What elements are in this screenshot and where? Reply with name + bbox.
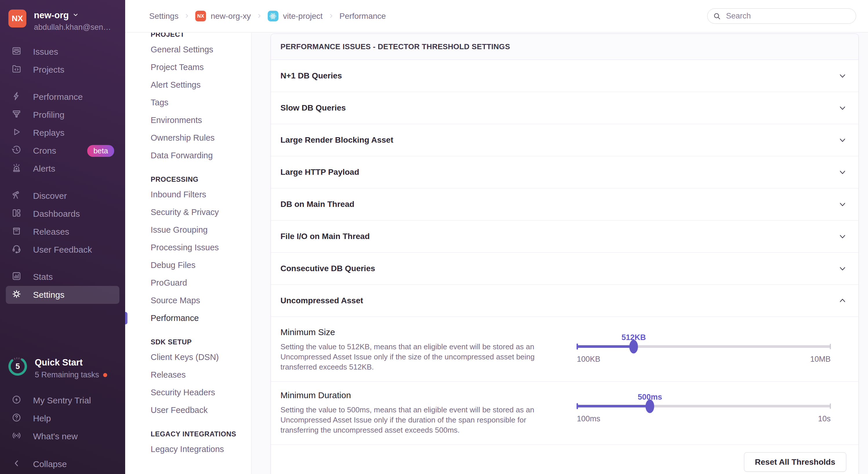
chevron-down-icon [838, 71, 847, 81]
org-chip: NX [195, 11, 206, 22]
help-icon [11, 413, 22, 425]
settings-nav-item-legacy-integrations[interactable]: Legacy Integrations [151, 440, 251, 458]
settings-nav-item-issue-grouping[interactable]: Issue Grouping [151, 221, 251, 239]
chevron-up-icon [838, 296, 847, 306]
slider-min-label: 100ms [577, 414, 600, 424]
settings-nav-item-releases[interactable]: Releases [151, 366, 251, 384]
sidebar-item-label: Alerts [33, 164, 55, 174]
sidebar-item-label: Replays [33, 128, 64, 138]
chevron-down-icon [838, 232, 847, 241]
sidebar-item-releases[interactable]: Releases [6, 223, 119, 241]
accordion-row-n-plus-one-db-queries[interactable]: N+1 DB Queries [271, 60, 859, 92]
settings-nav-section-legacy-integrations: LEGACY INTEGRATIONS [151, 430, 251, 438]
chevron-down-icon [838, 167, 847, 177]
projects-icon [11, 64, 22, 76]
sidebar-item-alerts[interactable]: Alerts [6, 160, 119, 178]
sidebar-item-label: Projects [33, 65, 64, 75]
sidebar-item-settings[interactable]: Settings [6, 286, 119, 304]
settings-nav-section-processing: PROCESSING [151, 175, 251, 183]
quick-start-count: 5 [8, 357, 27, 376]
settings-nav-item-environments[interactable]: Environments [151, 111, 251, 129]
settings-nav-item-ownership-rules[interactable]: Ownership Rules [151, 129, 251, 147]
settings-nav-item-performance[interactable]: Performance [151, 309, 251, 327]
accordion-row-consecutive-db-queries[interactable]: Consecutive DB Queries [271, 252, 859, 285]
sidebar-item-label: Settings [33, 290, 64, 300]
settings-nav-item-tags[interactable]: Tags [151, 94, 251, 111]
settings-nav-item-user-feedback[interactable]: User Feedback [151, 401, 251, 419]
stats-icon [11, 271, 22, 283]
settings-nav-item-project-teams[interactable]: Project Teams [151, 59, 251, 76]
breadcrumb-org[interactable]: NX new-org-xy [195, 11, 251, 22]
chevron-down-icon [72, 11, 79, 19]
panel-footer: Reset All Thresholds [271, 445, 859, 474]
sidebar-item-stats[interactable]: Stats [6, 268, 119, 286]
minimum-duration-title: Minimum Duration [280, 391, 538, 400]
quick-start[interactable]: 5 Quick Start 5 Remaining tasks [8, 357, 119, 379]
sidebar-item-label: Help [33, 413, 51, 424]
settings-nav-item-security-privacy[interactable]: Security & Privacy [151, 203, 251, 221]
slider-max-label: 10s [818, 414, 831, 424]
slider-thumb[interactable] [646, 399, 654, 413]
quick-start-progress-ring: 5 [8, 357, 27, 376]
slider-thumb[interactable] [629, 340, 638, 353]
search-input[interactable] [707, 8, 856, 24]
accordion-row-slow-db-queries[interactable]: Slow DB Queries [271, 92, 859, 124]
slider-track[interactable] [577, 345, 831, 348]
slider-track[interactable] [577, 405, 831, 407]
settings-nav-item-source-maps[interactable]: Source Maps [151, 292, 251, 309]
sidebar-item-issues[interactable]: Issues [6, 43, 119, 61]
breadcrumb-settings[interactable]: Settings [149, 11, 179, 21]
sidebar-item-label: User Feedback [33, 245, 92, 255]
org-avatar: NX [8, 9, 26, 28]
settings-nav-item-general-settings[interactable]: General Settings [151, 41, 251, 59]
settings-nav-item-data-forwarding[interactable]: Data Forwarding [151, 147, 251, 164]
sidebar-nav: Issues Projects Performance Profiling Re… [0, 43, 125, 304]
settings-nav-item-proguard[interactable]: ProGuard [151, 274, 251, 292]
gear-icon [11, 289, 22, 301]
sidebar-item-label: Releases [33, 227, 69, 237]
sidebar-item-my-sentry-trial[interactable]: My Sentry Trial [6, 392, 119, 409]
sidebar-item-replays[interactable]: Replays [6, 124, 119, 142]
quick-start-title: Quick Start [35, 358, 107, 368]
chevron-down-icon [838, 135, 847, 145]
org-email: abdullah.khan@sen… [34, 23, 111, 32]
settings-nav-item-inbound-filters[interactable]: Inbound Filters [151, 186, 251, 203]
chevron-right-icon [328, 11, 334, 21]
react-project-icon [268, 11, 278, 22]
accordion-row-large-render-blocking-asset[interactable]: Large Render Blocking Asset [271, 124, 859, 156]
trial-icon [11, 395, 22, 407]
sidebar-item-projects[interactable]: Projects [6, 61, 119, 79]
sidebar-item-dashboards[interactable]: Dashboards [6, 205, 119, 223]
sidebar-item-user-feedback[interactable]: User Feedback [6, 241, 119, 259]
sidebar-item-profiling[interactable]: Profiling [6, 106, 119, 124]
settings-nav-item-client-keys[interactable]: Client Keys (DSN) [151, 348, 251, 366]
settings-nav-item-debug-files[interactable]: Debug Files [151, 257, 251, 274]
org-name: new-org [34, 10, 69, 21]
settings-nav-item-security-headers[interactable]: Security Headers [151, 384, 251, 401]
sidebar-item-label: My Sentry Trial [33, 396, 91, 405]
accordion-row-uncompressed-asset[interactable]: Uncompressed Asset [271, 285, 859, 317]
sidebar-item-whats-new[interactable]: What's new [6, 428, 119, 445]
settings-nav-section-sdk-setup: SDK SETUP [151, 338, 251, 346]
search-box [707, 8, 856, 24]
accordion-row-db-on-main-thread[interactable]: DB on Main Thread [271, 189, 859, 221]
panel-title: PERFORMANCE ISSUES - DETECTOR THRESHOLD … [280, 42, 510, 51]
sidebar-item-performance[interactable]: Performance [6, 88, 119, 106]
sidebar-item-label: Dashboards [33, 209, 80, 219]
org-switcher[interactable]: NX new-org abdullah.khan@sen… [0, 0, 125, 32]
settings-nav-item-processing-issues[interactable]: Processing Issues [151, 239, 251, 257]
sidebar-item-help[interactable]: Help [6, 409, 119, 428]
detector-threshold-panel: PERFORMANCE ISSUES - DETECTOR THRESHOLD … [271, 34, 859, 474]
settings-nav-item-alert-settings[interactable]: Alert Settings [151, 76, 251, 94]
panel-header: PERFORMANCE ISSUES - DETECTOR THRESHOLD … [271, 34, 859, 60]
accordion-row-file-io-on-main-thread[interactable]: File I/O on Main Thread [271, 221, 859, 252]
sidebar-item-crons[interactable]: Crons beta [6, 142, 119, 160]
reset-all-thresholds-button[interactable]: Reset All Thresholds [744, 452, 846, 472]
accordion-row-large-http-payload[interactable]: Large HTTP Payload [271, 156, 859, 189]
collapse-button[interactable]: Collapse [6, 455, 119, 473]
minimum-duration-section: Minimum Duration Setting the value to 50… [271, 382, 859, 445]
sidebar-item-label: Performance [33, 92, 83, 102]
breadcrumb-project[interactable]: vite-project [268, 11, 323, 22]
sidebar-item-discover[interactable]: Discover [6, 187, 119, 205]
minimum-size-description: Setting the value to 512KB, means that a… [280, 342, 538, 372]
